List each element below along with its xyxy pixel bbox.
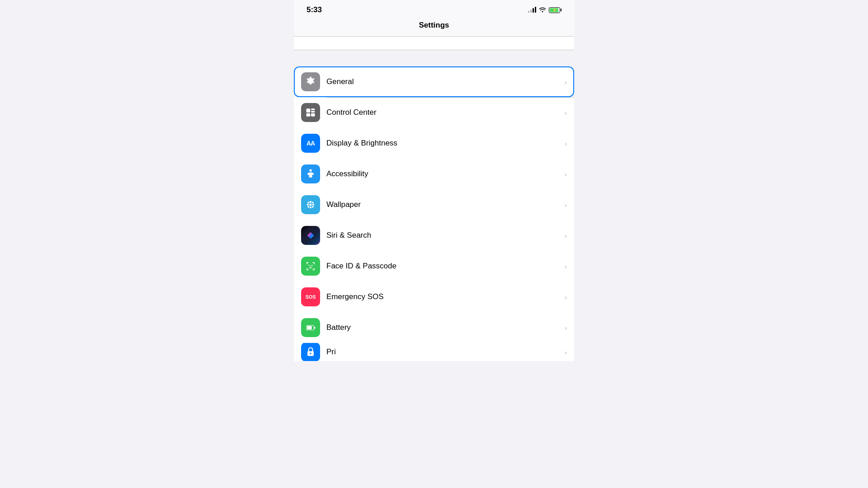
settings-item-display-brightness[interactable]: AA Display & Brightness ›	[294, 128, 574, 159]
settings-item-face-id[interactable]: Face ID & Passcode ›	[294, 251, 574, 282]
status-bar: 5:33 ⚡	[294, 0, 574, 18]
face-id-icon	[301, 257, 320, 276]
svg-point-8	[310, 206, 311, 208]
svg-rect-30	[314, 327, 316, 328]
svg-rect-4	[311, 113, 315, 117]
svg-rect-29	[307, 326, 311, 330]
display-brightness-icon: AA	[301, 134, 320, 153]
accessibility-icon	[301, 164, 320, 183]
display-brightness-label: Display & Brightness	[326, 139, 565, 148]
accessibility-chevron: ›	[565, 170, 567, 178]
svg-rect-1	[311, 108, 315, 110]
svg-rect-21	[307, 262, 307, 264]
svg-point-13	[307, 206, 309, 208]
emergency-sos-chevron: ›	[565, 293, 567, 301]
emergency-sos-label: Emergency SOS	[326, 292, 565, 301]
svg-point-25	[309, 265, 310, 266]
status-icons: ⚡	[528, 6, 561, 14]
svg-point-14	[312, 206, 314, 208]
siri-icon	[301, 226, 320, 245]
svg-point-11	[307, 202, 309, 203]
settings-item-wallpaper[interactable]: Wallpaper ›	[294, 189, 574, 220]
battery-chevron: ›	[565, 324, 567, 332]
general-icon	[301, 72, 320, 91]
battery-label: Battery	[326, 323, 565, 332]
svg-rect-24	[314, 268, 315, 270]
svg-rect-3	[306, 113, 310, 117]
svg-point-16	[309, 232, 313, 239]
settings-item-siri-search[interactable]: Siri & Search ›	[294, 220, 574, 251]
control-center-chevron: ›	[565, 109, 567, 117]
section-gap	[294, 50, 574, 66]
settings-item-control-center[interactable]: Control Center ›	[294, 97, 574, 128]
svg-point-6	[309, 203, 311, 206]
settings-item-general[interactable]: General ›	[294, 66, 574, 97]
status-time: 5:33	[307, 5, 322, 14]
face-id-chevron: ›	[565, 263, 567, 270]
svg-rect-22	[314, 262, 315, 264]
general-chevron: ›	[565, 78, 567, 86]
top-partial-item	[294, 37, 574, 50]
siri-search-chevron: ›	[565, 232, 567, 239]
settings-item-privacy[interactable]: Pri ›	[294, 343, 574, 361]
control-center-label: Control Center	[326, 108, 565, 117]
accessibility-label: Accessibility	[326, 169, 565, 178]
face-id-label: Face ID & Passcode	[326, 262, 565, 271]
svg-point-32	[310, 353, 311, 354]
control-center-icon	[301, 103, 320, 122]
svg-rect-23	[307, 268, 307, 270]
emergency-sos-icon: SOS	[301, 287, 320, 306]
svg-point-9	[307, 204, 309, 206]
siri-search-label: Siri & Search	[326, 231, 565, 240]
svg-point-5	[309, 169, 311, 172]
phone-screen: 5:33 ⚡	[294, 0, 574, 488]
privacy-label: Pri	[326, 347, 565, 357]
display-brightness-chevron: ›	[565, 140, 567, 147]
settings-item-battery[interactable]: Battery ›	[294, 312, 574, 343]
privacy-chevron: ›	[565, 348, 567, 356]
signal-bars-icon	[528, 7, 536, 13]
battery-status-icon: ⚡	[549, 7, 561, 13]
battery-icon	[301, 318, 320, 337]
nav-bar: Settings	[294, 18, 574, 37]
settings-item-accessibility[interactable]: Accessibility ›	[294, 159, 574, 189]
settings-list: General › Control Center › AA Displ	[294, 66, 574, 488]
wifi-icon	[539, 6, 546, 14]
wallpaper-chevron: ›	[565, 201, 567, 209]
svg-point-12	[312, 202, 314, 203]
settings-item-emergency-sos[interactable]: SOS Emergency SOS ›	[294, 282, 574, 312]
wallpaper-label: Wallpaper	[326, 200, 565, 209]
svg-rect-2	[311, 111, 315, 113]
svg-point-7	[310, 201, 311, 203]
svg-point-26	[311, 265, 312, 266]
page-title: Settings	[419, 21, 449, 29]
svg-rect-0	[306, 108, 310, 113]
privacy-icon	[301, 343, 320, 361]
general-label: General	[326, 77, 565, 86]
wallpaper-icon	[301, 195, 320, 214]
svg-point-10	[312, 204, 314, 206]
